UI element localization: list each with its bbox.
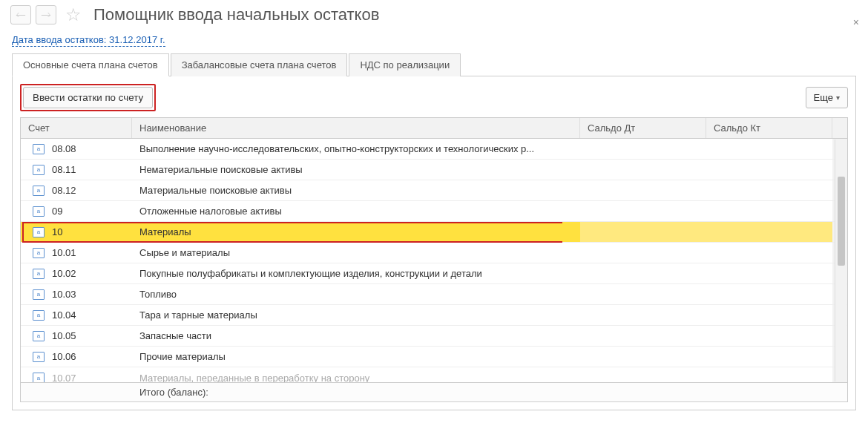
scrollbar-header [832, 118, 847, 138]
tab-offbalance-accounts[interactable]: Забалансовые счета плана счетов [171, 53, 348, 76]
cell-saldo-kt [706, 326, 832, 346]
account-code: 09 [52, 206, 62, 217]
account-icon: а [33, 248, 45, 258]
account-icon: а [33, 206, 45, 217]
cell-account: а08.12 [21, 180, 132, 200]
cell-name: Материальные поисковые активы [132, 180, 580, 200]
account-code: 10.04 [52, 309, 76, 321]
account-code: 10.06 [52, 351, 76, 362]
table-row[interactable]: а10.03Топливо [21, 284, 847, 305]
cell-saldo-kt [706, 139, 832, 159]
cell-saldo-kt [706, 284, 832, 304]
cell-name: Материалы, переданные в переработку на с… [132, 367, 580, 382]
more-label: Еще [814, 92, 833, 103]
cell-account: а10.01 [21, 243, 132, 263]
enter-balance-button[interactable]: Ввести остатки по счету [23, 87, 153, 108]
nav-back-button[interactable]: 🡐 [10, 5, 31, 24]
tabs: Основные счета плана счетов Забалансовые… [12, 53, 856, 76]
cell-saldo-dt [580, 347, 706, 367]
cell-saldo-dt [580, 201, 706, 221]
cell-account: а10.03 [21, 284, 132, 304]
cell-name: Запасные части [132, 326, 580, 346]
cell-saldo-dt [580, 180, 706, 200]
cell-saldo-kt [706, 222, 832, 242]
cell-name: Сырье и материалы [132, 243, 580, 263]
cell-account: а10.02 [21, 263, 132, 283]
cell-account: а10.05 [21, 326, 132, 346]
cell-saldo-dt [580, 222, 706, 242]
table-row[interactable]: а10.01Сырье и материалы [21, 243, 847, 263]
cell-saldo-dt [580, 243, 706, 263]
table-row[interactable]: а10.06Прочие материалы [21, 347, 847, 367]
cell-name: Тара и тарные материалы [132, 305, 580, 325]
table-row[interactable]: а08.08Выполнение научно-исследовательски… [21, 139, 847, 160]
account-icon: а [33, 144, 45, 154]
nav-forward-button[interactable]: 🡒 [36, 5, 56, 24]
account-code: 10.02 [52, 268, 76, 279]
table-row[interactable]: а10Материалы [21, 222, 847, 243]
tab-main-accounts[interactable]: Основные счета плана счетов [12, 53, 169, 76]
cell-saldo-dt [580, 139, 706, 159]
more-button[interactable]: Еще ▾ [806, 87, 848, 108]
table-row[interactable]: а10.04Тара и тарные материалы [21, 305, 847, 326]
cell-name: Покупные полуфабрикаты и комплектующие и… [132, 263, 580, 283]
close-icon[interactable]: × [853, 16, 859, 28]
chevron-down-icon: ▾ [836, 94, 840, 102]
col-header-saldo-kt[interactable]: Сальдо Кт [706, 118, 832, 138]
account-icon: а [33, 227, 45, 237]
account-icon: а [33, 165, 45, 175]
account-icon: а [33, 289, 45, 300]
account-icon: а [33, 352, 45, 362]
accounts-grid: Счет Наименование Сальдо Дт Сальдо Кт а0… [20, 117, 848, 402]
table-row[interactable]: а08.12Материальные поисковые активы [21, 180, 847, 201]
table-row[interactable]: а10.05Запасные части [21, 326, 847, 347]
table-row[interactable]: а09Отложенные налоговые активы [21, 201, 847, 222]
account-code: 10.01 [52, 247, 76, 258]
account-code: 08.12 [52, 185, 76, 196]
table-row[interactable]: а08.11Нематериальные поисковые активы [21, 160, 847, 180]
cell-account: а10.06 [21, 347, 132, 367]
account-code: 08.11 [52, 164, 76, 175]
cell-name: Прочие материалы [132, 347, 580, 367]
account-code: 10.05 [52, 330, 76, 341]
cell-saldo-dt [580, 326, 706, 346]
account-icon: а [33, 310, 45, 321]
cell-account: а09 [21, 201, 132, 221]
cell-saldo-kt [706, 160, 832, 180]
grid-body: а08.08Выполнение научно-исследовательски… [21, 139, 847, 382]
cell-saldo-dt [580, 263, 706, 283]
cell-saldo-dt [580, 367, 706, 382]
cell-saldo-kt [706, 263, 832, 283]
cell-account: а10.07 [21, 367, 132, 382]
cell-saldo-dt [580, 305, 706, 325]
cell-name: Отложенные налоговые активы [132, 201, 580, 221]
table-row[interactable]: а10.07Материалы, переданные в переработк… [21, 367, 847, 382]
cell-saldo-dt [580, 160, 706, 180]
cell-name: Топливо [132, 284, 580, 304]
account-code: 08.08 [52, 143, 76, 154]
col-header-name[interactable]: Наименование [132, 118, 580, 138]
col-header-saldo-dt[interactable]: Сальдо Дт [580, 118, 706, 138]
panel-toolbar: Ввести остатки по счету Еще ▾ [20, 84, 848, 111]
balance-date-link[interactable]: Дата ввода остатков: 31.12.2017 г. [12, 34, 165, 47]
cell-account: а10 [21, 222, 132, 242]
account-icon: а [33, 269, 45, 279]
scroll-thumb[interactable] [838, 177, 845, 266]
favorite-star-icon[interactable]: ☆ [65, 4, 82, 25]
vertical-scrollbar[interactable] [835, 140, 846, 381]
cell-saldo-kt [706, 201, 832, 221]
col-header-account[interactable]: Счет [21, 118, 132, 138]
table-row[interactable]: а10.02Покупные полуфабрикаты и комплекту… [21, 263, 847, 284]
tab-vat-sales[interactable]: НДС по реализации [349, 53, 461, 76]
grid-header: Счет Наименование Сальдо Дт Сальдо Кт [21, 118, 847, 139]
cell-saldo-kt [706, 347, 832, 367]
cell-name: Материалы [132, 222, 580, 242]
cell-saldo-kt [706, 180, 832, 200]
main-panel: Ввести остатки по счету Еще ▾ Счет Наиме… [12, 76, 856, 410]
account-code: 10.07 [52, 373, 76, 383]
cell-saldo-kt [706, 243, 832, 263]
cell-saldo-kt [706, 367, 832, 382]
cell-name: Нематериальные поисковые активы [132, 160, 580, 180]
account-icon: а [33, 373, 45, 382]
account-icon: а [33, 331, 45, 341]
